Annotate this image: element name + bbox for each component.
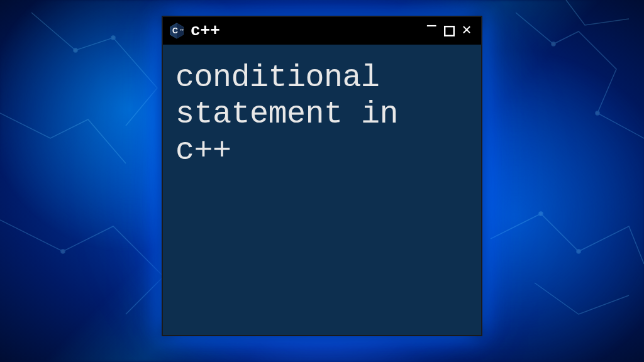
svg-point-4 (61, 250, 65, 253)
svg-text:C: C (172, 26, 178, 35)
svg-point-6 (577, 250, 580, 253)
svg-point-5 (539, 212, 543, 216)
svg-point-3 (596, 111, 599, 115)
svg-rect-11 (445, 26, 454, 36)
terminal-window: C ++ c++ − × conditional statement in c+… (162, 16, 482, 336)
svg-point-2 (552, 42, 555, 46)
svg-point-1 (111, 36, 115, 40)
maximize-button[interactable] (441, 23, 457, 39)
terminal-body: conditional statement in c++ (163, 45, 481, 335)
minimize-button[interactable]: − (423, 23, 440, 39)
window-title: c++ (191, 21, 418, 40)
title-bar: C ++ c++ − × (163, 17, 481, 45)
svg-text:++: ++ (180, 28, 184, 31)
svg-point-0 (74, 48, 77, 52)
terminal-content: conditional statement in c++ (175, 60, 469, 169)
window-controls: − × (423, 23, 475, 39)
close-button[interactable]: × (458, 23, 475, 39)
cpp-hexagon-icon: C ++ (168, 22, 186, 40)
